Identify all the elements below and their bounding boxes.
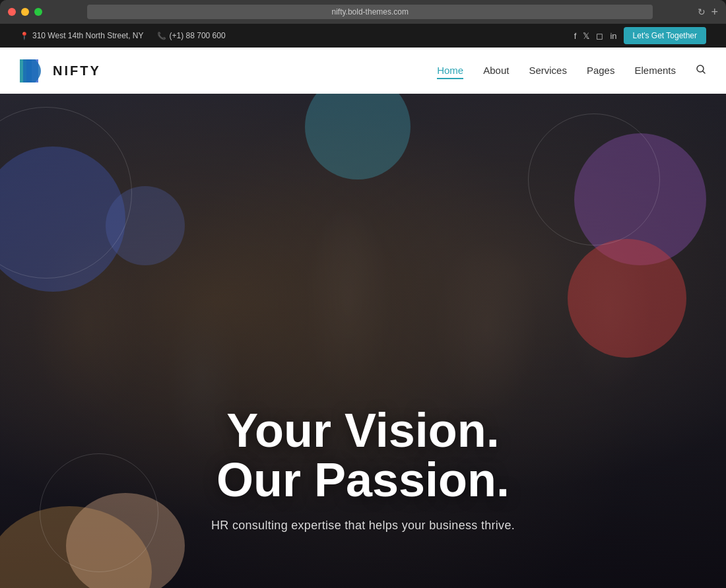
cta-button[interactable]: Let's Get Together xyxy=(624,27,706,44)
linkedin-icon[interactable]: in xyxy=(610,31,616,41)
address-contact: 310 West 14th North Street, NY xyxy=(20,31,144,40)
logo-text: NIFTY xyxy=(53,63,101,79)
hero-heading-line2: Our Passion. xyxy=(216,453,510,506)
maximize-button[interactable] xyxy=(34,8,42,16)
website: 310 West 14th North Street, NY (+1) 88 7… xyxy=(0,24,726,588)
hero-heading-line1: Your Vision. xyxy=(226,404,499,457)
address-bar[interactable]: nifty.bold-themes.com xyxy=(87,5,653,19)
phone-icon xyxy=(157,31,166,40)
nav-services[interactable]: Services xyxy=(529,65,567,76)
nav-about[interactable]: About xyxy=(483,65,509,76)
circle-outline-3 xyxy=(528,114,660,245)
twitter-icon[interactable]: 𝕏 xyxy=(583,31,589,41)
search-icon[interactable] xyxy=(696,65,706,77)
svg-line-1 xyxy=(703,71,706,74)
top-bar-left: 310 West 14th North Street, NY (+1) 88 7… xyxy=(20,31,226,40)
hero-subheading: HR consulting expertise that helps your … xyxy=(13,519,713,533)
phone-contact: (+1) 88 700 600 xyxy=(157,31,226,40)
facebook-icon[interactable]: f xyxy=(574,31,577,41)
new-tab-button[interactable]: + xyxy=(711,5,718,19)
nav-home[interactable]: Home xyxy=(437,65,463,76)
nav-links: Home About Services Pages Elements xyxy=(437,64,706,77)
nav-elements[interactable]: Elements xyxy=(634,65,676,76)
hero-heading: Your Vision. Our Passion. xyxy=(13,406,713,506)
refresh-button[interactable]: ↻ xyxy=(698,7,706,17)
top-bar-right: f 𝕏 ◻ in Let's Get Together xyxy=(574,27,706,44)
nav-pages[interactable]: Pages xyxy=(587,65,615,76)
phone-text: (+1) 88 700 600 xyxy=(170,31,226,40)
browser-chrome: nifty.bold-themes.com ↻ + xyxy=(0,0,726,24)
logo-icon xyxy=(20,59,46,82)
social-icons: f 𝕏 ◻ in xyxy=(574,31,617,41)
logo[interactable]: NIFTY xyxy=(20,59,101,82)
top-bar: 310 West 14th North Street, NY (+1) 88 7… xyxy=(0,24,726,48)
minimize-button[interactable] xyxy=(21,8,29,16)
browser-titlebar: nifty.bold-themes.com ↻ + xyxy=(0,0,726,24)
hero-content: Your Vision. Our Passion. HR consulting … xyxy=(0,406,726,533)
blob-red-right xyxy=(568,239,686,358)
pin-icon xyxy=(20,31,29,40)
close-button[interactable] xyxy=(8,8,16,16)
navbar: NIFTY Home About Services Pages Elements xyxy=(0,48,726,94)
url-text: nifty.bold-themes.com xyxy=(331,7,409,16)
hero-section: Your Vision. Our Passion. HR consulting … xyxy=(0,94,726,588)
address-text: 310 West 14th North Street, NY xyxy=(32,31,144,40)
instagram-icon[interactable]: ◻ xyxy=(596,31,603,41)
